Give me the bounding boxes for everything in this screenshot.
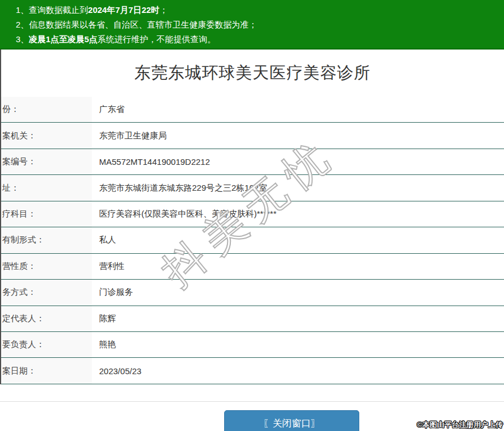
table-row-record-number: 案编号： MA5572MT144190019D2212 [1,149,504,175]
notice-line-3-tail: 系统进行维护，不能提供查询。 [97,34,216,44]
notice-bar: 1、查询数据截止到2024年7月7日22时； 2、信息数据结果以各省、自治区、直… [0,0,504,50]
row-value: 营利性 [92,254,504,279]
table-row-address: 址： 东莞市东城街道东城东路229号之三2栋102室 [1,175,504,201]
result-panel: 东莞东城环球美天医疗美容诊所 份： 广东省 案机关： 东莞市卫生健康局 案编号：… [0,50,504,384]
row-value: 门诊服务 [92,280,504,305]
table-row-departments: 疗科目： 医疗美容科(仅限美容中医科、美容皮肤科)****** [1,201,504,227]
row-label: 定代表人： [1,306,92,331]
notice-line-3-text: 3、 [16,34,29,44]
row-value: 东莞市卫生健康局 [92,123,504,148]
page-title: 东莞东城环球美天医疗美容诊所 [1,50,504,97]
row-label: 份： [1,97,92,122]
row-value: 2023/05/23 [92,358,504,383]
row-label: 案编号： [1,149,92,174]
row-label: 要负责人： [1,332,92,357]
table-row-ownership: 有制形式： 私人 [1,227,504,253]
notice-line-2-text: 2、信息数据结果以各省、自治区、直辖市卫生健康委数据为准； [16,20,257,29]
notice-line-3: 3、凌晨1点至凌晨5点系统进行维护，不能提供查询。 [16,32,498,47]
row-label: 案机关： [1,123,92,148]
row-value: 陈辉 [92,306,504,331]
notice-line-2: 2、信息数据结果以各省、自治区、直辖市卫生健康委数据为准； [16,17,498,32]
row-label: 营性质： [1,254,92,279]
row-value: 熊艳 [92,332,504,357]
credit-text: ©本图由平台注册用户上传 [417,420,503,430]
row-label: 址： [1,175,92,200]
table-row-province: 份： 广东省 [1,97,504,123]
row-value: 私人 [92,227,504,253]
row-value: 东莞市东城街道东城东路229号之三2栋102室 [92,175,504,200]
row-label: 务方式： [1,280,92,305]
row-value: MA5572MT144190019D2212 [92,149,504,174]
table-row-service-mode: 务方式： 门诊服务 [1,280,504,306]
notice-line-3-bold: 凌晨1点至凌晨5点 [29,34,97,44]
table-row-business-nature: 营性质： 营利性 [1,254,504,280]
table-row-record-date: 案日期： 2023/05/23 [1,358,504,384]
notice-line-1-tail: ； [159,5,168,15]
table-row-legal-representative: 定代表人： 陈辉 [1,306,504,332]
row-label: 有制形式： [1,227,92,253]
close-window-button[interactable]: 〖关闭窗口〗 [224,410,359,431]
row-value: 广东省 [92,97,504,122]
row-label: 疗科目： [1,201,92,227]
notice-line-1-text: 1、查询数据截止到 [16,5,88,15]
table-row-principal: 要负责人： 熊艳 [1,332,504,358]
table-row-authority: 案机关： 东莞市卫生健康局 [1,123,504,149]
row-label: 案日期： [1,358,92,383]
notice-line-1-bold: 2024年7月7日22时 [88,5,159,15]
footer-divider [0,401,504,402]
info-table: 份： 广东省 案机关： 东莞市卫生健康局 案编号： MA5572MT144190… [1,97,504,384]
row-value: 医疗美容科(仅限美容中医科、美容皮肤科)****** [92,201,504,227]
notice-line-1: 1、查询数据截止到2024年7月7日22时； [16,3,498,17]
